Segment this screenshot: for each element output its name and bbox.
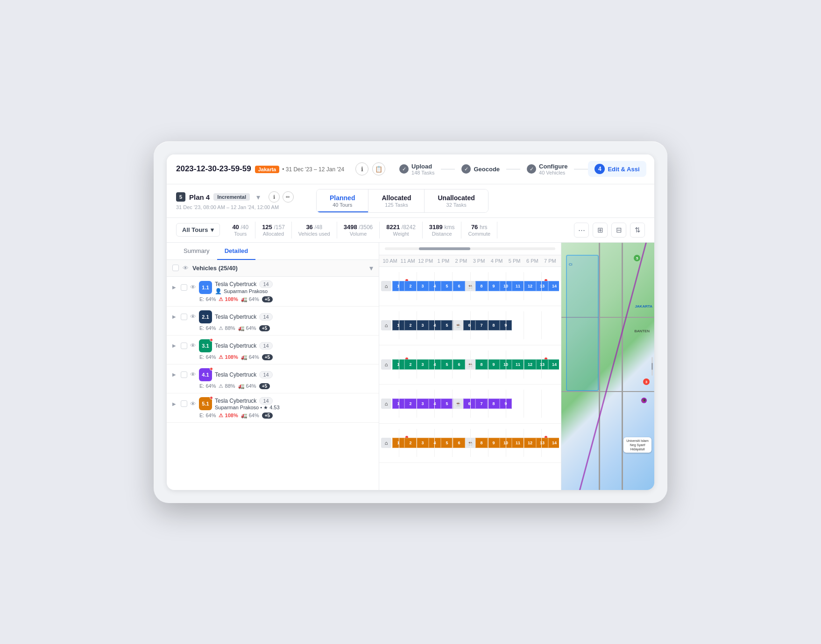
tour-2-eye[interactable]: 👁: [190, 313, 196, 320]
tour-4-checkbox[interactable]: [181, 371, 187, 378]
jakarta-tag: Jakarta: [255, 166, 280, 173]
gantt-4-task-7[interactable]: 7: [475, 399, 488, 409]
tour-5-checkbox[interactable]: [181, 400, 187, 407]
vehicles-dropdown-icon[interactable]: ▾: [369, 264, 373, 273]
tour-4-expand[interactable]: ▶: [172, 372, 178, 377]
gantt-4-task-2[interactable]: 2: [404, 399, 417, 409]
gantt-2-task-5[interactable]: 5: [441, 320, 453, 330]
gantt-inner-2: ⌂ 1 2 3 4 5 ☕ 6 7 8 9: [381, 311, 559, 339]
gantt-4-task-1[interactable]: 1: [392, 399, 404, 409]
tours-select-arrow: ▾: [211, 226, 214, 233]
select-all-checkbox[interactable]: [172, 265, 179, 271]
gantt-4-task-3[interactable]: 3: [417, 399, 429, 409]
gantt-2-task-7[interactable]: 7: [475, 320, 488, 330]
gantt-3-task-14[interactable]: 14: [548, 359, 559, 370]
gantt-4-task-6[interactable]: 6: [463, 399, 475, 409]
gantt-3-task-12[interactable]: 12: [524, 359, 536, 370]
gantt-1-task-14[interactable]: 14: [548, 281, 559, 291]
tour-3-checkbox[interactable]: [181, 343, 187, 349]
plan-name: Plan 4: [189, 193, 210, 201]
tour-1-main: ▶ 👁 1.1 Tesla Cybertruck 14 👤: [172, 280, 373, 294]
gantt-2-task-2[interactable]: 2: [404, 320, 417, 330]
plan-tab-allocated[interactable]: Allocated 125 Tasks: [368, 189, 425, 212]
gantt-5-task-13[interactable]: 13: [536, 438, 548, 448]
gantt-3-task-5[interactable]: 5: [441, 359, 453, 370]
grid-line-5-7: [506, 429, 506, 457]
plan-tab-unallocated[interactable]: Unallocated 32 Tasks: [425, 189, 488, 212]
gantt-5-task-8[interactable]: 8: [475, 438, 488, 448]
gantt-row-1: ⌂ 1 2 3 4 5 6: [379, 267, 561, 306]
gantt-5-task-11[interactable]: 11: [512, 438, 524, 448]
gantt-2-task-8[interactable]: 8: [488, 320, 500, 330]
pipeline-edit[interactable]: 4 Edit & Assi: [588, 161, 646, 177]
pipeline-upload: ✓ Upload 148 Tasks: [393, 160, 441, 178]
grid-view-button[interactable]: ⊞: [593, 223, 608, 238]
tour-2-expand[interactable]: ▶: [172, 314, 178, 319]
gantt-3-task-9[interactable]: 9: [488, 359, 500, 370]
tab-summary[interactable]: Summary: [176, 243, 217, 260]
gantt-2-task-3[interactable]: 3: [417, 320, 429, 330]
gantt-1-task-8[interactable]: 8: [475, 281, 488, 291]
filter-button[interactable]: ⊟: [611, 223, 626, 238]
gantt-2-task-1[interactable]: 1: [392, 320, 404, 330]
gantt-2-task-6[interactable]: 6: [463, 320, 475, 330]
plan-edit-icon[interactable]: ✏: [283, 191, 294, 203]
tour-2-checkbox[interactable]: [181, 314, 187, 320]
gantt-1-task-5[interactable]: 5: [441, 281, 453, 291]
tour-5-expand[interactable]: ▶: [172, 401, 178, 406]
tour-1-eye[interactable]: 👁: [190, 284, 196, 291]
timeline-scrollbar[interactable]: [385, 247, 555, 250]
gantt-1-task-3[interactable]: 3: [417, 281, 429, 291]
gantt-3-task-6[interactable]: 6: [453, 359, 465, 370]
all-tours-select[interactable]: All Tours ▾: [176, 223, 220, 237]
gantt-1-task-2[interactable]: 2: [404, 281, 417, 291]
info-icon[interactable]: ℹ: [355, 162, 368, 175]
gantt-1-task-12[interactable]: 12: [524, 281, 536, 291]
gantt-1-task-11[interactable]: 11: [512, 281, 524, 291]
gantt-4-task-8[interactable]: 8: [488, 399, 500, 409]
gantt-1-task-9[interactable]: 9: [488, 281, 500, 291]
gantt-1-task-1[interactable]: 1: [392, 281, 404, 291]
tour-1-checkbox[interactable]: [181, 284, 187, 291]
gantt-5-task-9[interactable]: 9: [488, 438, 500, 448]
tour-row-3: ▶ 👁 3.1 Tesla Cybertruck 14: [167, 336, 379, 364]
gantt-5-task-5[interactable]: 5: [441, 438, 453, 448]
tour-5-eye[interactable]: 👁: [190, 400, 196, 407]
tour-4-eye[interactable]: 👁: [190, 371, 196, 378]
gantt-4-task-5[interactable]: 5: [441, 399, 453, 409]
gantt-1-task-13[interactable]: 13: [536, 281, 548, 291]
gantt-1-task-6[interactable]: 6: [453, 281, 465, 291]
gantt-5-task-12[interactable]: 12: [524, 438, 536, 448]
gantt-5-task-3[interactable]: 3: [417, 438, 429, 448]
tour-1-badge: 1.1: [199, 281, 212, 294]
gantt-5-task-14[interactable]: 14: [548, 438, 559, 448]
plan-tab-planned[interactable]: Planned 40 Tours: [317, 189, 368, 212]
gantt-inner-3: ⌂ 1 2 3 4 5 6 ☕ 8: [381, 350, 559, 378]
tour-5-badge: 5.1: [199, 397, 212, 410]
plan-bar: 5 Plan 4 Incremental ▾ ℹ ✏ 31 Dec '23, 0…: [167, 184, 654, 218]
time-1pm: 1 PM: [434, 257, 452, 265]
tour-3-eye[interactable]: 👁: [190, 342, 196, 349]
gantt-3-task-13[interactable]: 13: [536, 359, 548, 370]
gantt-3-task-1[interactable]: 1: [392, 359, 404, 370]
gantt-3-task-3[interactable]: 3: [417, 359, 429, 370]
tour-1-expand[interactable]: ▶: [172, 285, 178, 290]
grid-line-4-6: [488, 390, 488, 418]
more-options-button[interactable]: ⋯: [574, 223, 589, 238]
gantt-5-task-2[interactable]: 2: [404, 438, 417, 448]
sort-button[interactable]: ⇅: [630, 223, 645, 238]
tab-detailed[interactable]: Detailed: [217, 243, 256, 260]
gantt-5-task-1[interactable]: 1: [392, 438, 404, 448]
vehicles-header: 👁 Vehicles (25/40) ▾: [167, 260, 379, 277]
map-university-label: Universiti Islam Neg Syarif Hidayatull: [623, 437, 651, 453]
plan-info-icon[interactable]: ℹ: [269, 191, 280, 203]
gantt-5-task-6[interactable]: 6: [453, 438, 465, 448]
plan-dropdown-icon[interactable]: ▾: [254, 192, 263, 202]
gantt-3-task-11[interactable]: 11: [512, 359, 524, 370]
geocode-text: Geocode: [474, 166, 500, 173]
visibility-all-icon[interactable]: 👁: [183, 265, 189, 272]
doc-icon[interactable]: 📋: [372, 162, 385, 175]
tour-3-expand[interactable]: ▶: [172, 343, 178, 348]
gantt-3-task-8[interactable]: 8: [475, 359, 488, 370]
gantt-3-task-2[interactable]: 2: [404, 359, 417, 370]
